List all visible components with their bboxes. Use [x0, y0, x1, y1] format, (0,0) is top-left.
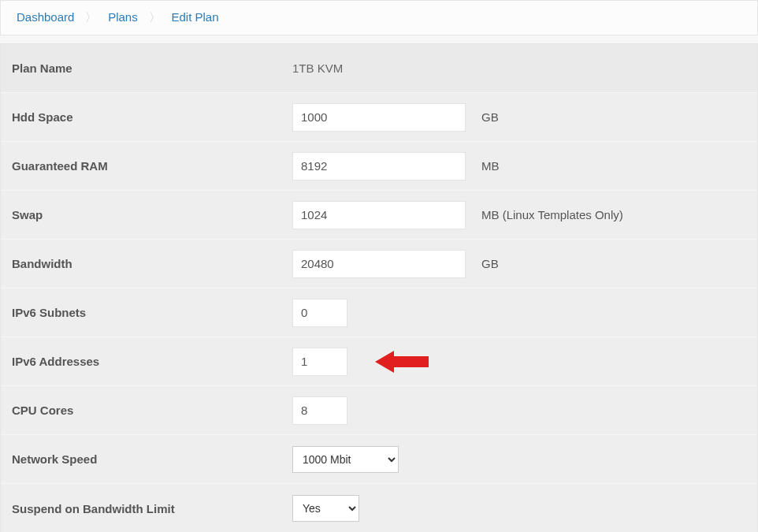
breadcrumb-plans[interactable]: Plans [108, 10, 138, 24]
ipv6-addresses-label: IPv6 Addresses [1, 347, 284, 376]
row-swap: Swap MB (Linux Templates Only) [1, 191, 757, 240]
suspend-select[interactable]: Yes [292, 495, 359, 522]
ram-unit: MB [481, 159, 500, 173]
hdd-space-input[interactable] [292, 103, 466, 132]
svg-marker-0 [375, 351, 429, 373]
cpu-cores-input[interactable] [292, 396, 347, 425]
ipv6-subnets-input[interactable] [292, 299, 347, 327]
row-cpu-cores: CPU Cores [1, 386, 757, 435]
ram-label: Guaranteed RAM [1, 151, 284, 180]
row-hdd-space: Hdd Space GB [1, 93, 757, 142]
cpu-cores-label: CPU Cores [1, 396, 284, 425]
row-ram: Guaranteed RAM MB [1, 142, 757, 191]
swap-label: Swap [1, 200, 284, 229]
bandwidth-label: Bandwidth [1, 249, 284, 278]
plan-name-label: Plan Name [1, 54, 284, 83]
swap-unit: MB (Linux Templates Only) [481, 208, 623, 221]
edit-plan-form: Plan Name 1TB KVM Hdd Space GB Guarantee… [0, 43, 758, 532]
swap-input[interactable] [292, 201, 466, 229]
ipv6-subnets-label: IPv6 Subnets [1, 298, 284, 327]
arrow-annotation-icon [375, 348, 432, 376]
row-bandwidth: Bandwidth GB [1, 240, 757, 288]
breadcrumb-sep-icon: 〉 [149, 10, 161, 24]
ipv6-addresses-input[interactable] [292, 348, 347, 376]
hdd-space-label: Hdd Space [1, 102, 284, 132]
breadcrumb: Dashboard 〉 Plans 〉 Edit Plan [0, 0, 758, 35]
breadcrumb-dashboard[interactable]: Dashboard [17, 10, 74, 24]
breadcrumb-edit-plan[interactable]: Edit Plan [171, 10, 218, 24]
row-plan-name: Plan Name 1TB KVM [1, 44, 757, 93]
hdd-space-unit: GB [481, 110, 499, 124]
bandwidth-input[interactable] [292, 250, 466, 278]
breadcrumb-sep-icon: 〉 [85, 10, 97, 24]
bandwidth-unit: GB [481, 257, 499, 270]
suspend-label: Suspend on Bandwidth Limit [1, 494, 284, 523]
row-ipv6-subnets: IPv6 Subnets [1, 288, 757, 337]
row-suspend: Suspend on Bandwidth Limit Yes [1, 484, 757, 532]
row-network-speed: Network Speed 1000 Mbit [1, 435, 757, 484]
network-speed-select[interactable]: 1000 Mbit [292, 446, 399, 473]
row-ipv6-addresses: IPv6 Addresses [1, 337, 757, 386]
network-speed-label: Network Speed [1, 445, 284, 474]
ram-input[interactable] [292, 152, 466, 180]
plan-name-value: 1TB KVM [292, 61, 343, 75]
